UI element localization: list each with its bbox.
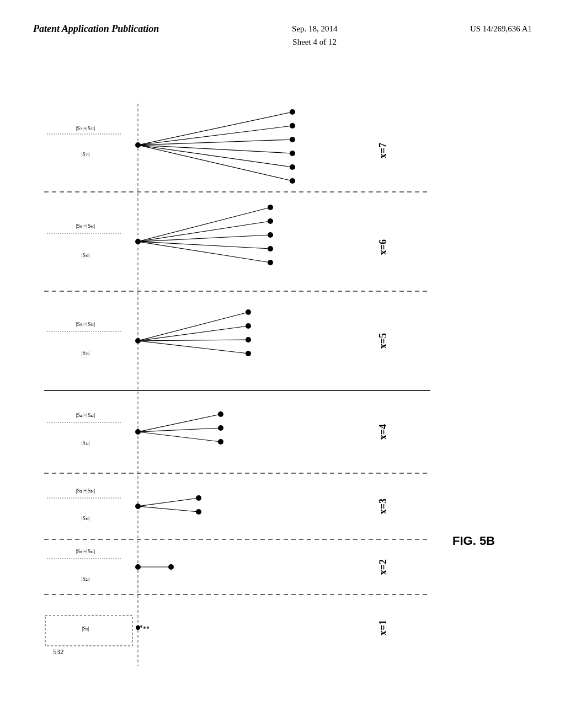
x2-label: x=2 [377,559,388,575]
set3-bot: |S₃ᵢ| [81,515,90,521]
svg-line-38 [138,340,248,341]
svg-line-39 [138,341,248,354]
svg-point-58 [147,627,149,629]
set4-bot: |S₄ᵢ| [81,440,90,446]
diagram-area: x=7 x=6 x=5 x=4 x=3 x=2 x=1 |S₇|+|S₇ᵢ| |… [0,60,565,710]
set5-bot: |S₅ᵢ| [81,350,90,356]
svg-line-17 [138,145,292,153]
set5-top: |S₅|+|S₅ᵢ| [76,321,95,327]
svg-line-44 [138,414,221,432]
x7-label: x=7 [377,143,388,158]
diagram-svg: x=7 x=6 x=5 x=4 x=3 x=2 x=1 |S₇|+|S₇ᵢ| |… [0,60,565,710]
svg-line-18 [138,145,292,167]
set1-label: |S₁| [82,625,89,631]
svg-line-30 [138,242,270,263]
x5-label: x=5 [377,333,388,349]
set2-top: |S₂|+|S₂ᵢ| [76,548,95,554]
page-header: Patent Application Publication Sep. 18, … [0,0,565,60]
sheet-info: Sep. 18, 2014 Sheet 4 of 12 [292,22,338,49]
sheet-label: Sheet 4 of 12 [292,38,337,46]
set7-top: |S₇|+|S₇ᵢ| [76,125,95,131]
x1-label: x=1 [377,620,388,635]
figure-label: FIG. 5B [452,534,495,548]
set6-top: |S₆|+|S₆ᵢ| [76,223,95,229]
svg-line-46 [138,432,221,442]
svg-line-51 [138,506,199,512]
x3-label: x=3 [377,499,388,514]
set4-top: |S₄|+|S₄ᵢ| [76,412,95,418]
x6-label: x=6 [377,239,388,255]
svg-line-37 [138,326,248,341]
set6-bot: |S₆ᵢ| [81,252,90,258]
x4-label: x=4 [377,424,388,440]
page: Patent Application Publication Sep. 18, … [0,0,565,728]
set3-top: |S₃|+|S₃ᵢ| [76,488,95,494]
svg-line-36 [138,312,248,341]
set2-bot: |S₂ᵢ| [81,576,90,582]
patent-number: US 14/269,636 A1 [470,22,532,35]
svg-point-56 [140,625,142,628]
svg-line-50 [138,498,199,506]
svg-point-57 [143,627,146,629]
svg-line-19 [138,145,292,181]
reference-532: 532 [53,647,64,656]
svg-line-29 [138,242,270,249]
publication-label: Patent Application Publication [33,22,159,36]
date-label: Sep. 18, 2014 [292,24,338,33]
svg-line-45 [138,428,221,432]
set7-bot: |S₇ᵢ| [81,151,90,157]
svg-point-55 [136,625,140,630]
